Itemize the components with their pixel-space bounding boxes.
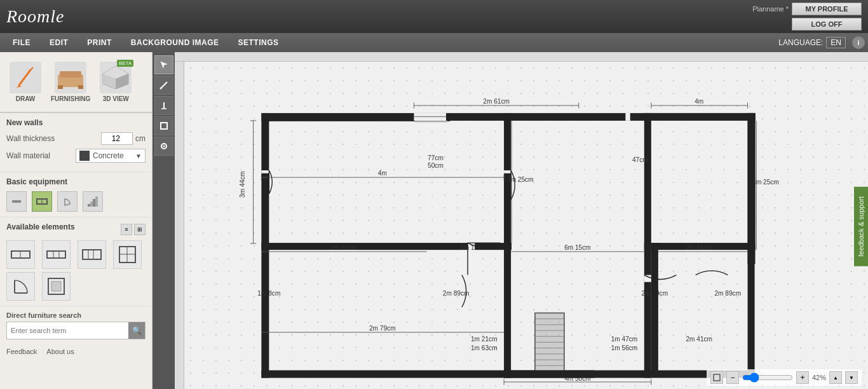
equipment-row <box>6 191 146 212</box>
svg-rect-63 <box>504 170 511 174</box>
svg-rect-11 <box>12 200 21 203</box>
svg-text:2m 89cm: 2m 89cm <box>443 290 470 297</box>
menubar: FILE EDIT PRINT BACKGROUND IMAGE SETTING… <box>0 33 868 52</box>
svg-text:2m 61cm: 2m 61cm <box>483 98 510 105</box>
elements-grid <box>6 240 146 301</box>
menu-print[interactable]: PRINT <box>78 33 121 52</box>
wall-thickness-unit: cm <box>135 134 146 143</box>
measure-tool[interactable] <box>154 96 173 115</box>
furnishing-mode-icon <box>55 62 86 93</box>
svg-rect-20 <box>47 251 65 258</box>
menu-settings[interactable]: SETTINGS <box>229 33 288 52</box>
svg-text:2m 41cm: 2m 41cm <box>686 244 712 251</box>
element-single-window[interactable] <box>6 240 35 269</box>
menu-file[interactable]: FILE <box>3 33 40 52</box>
info-icon[interactable]: i <box>852 36 865 49</box>
about-link[interactable]: About us <box>46 348 74 355</box>
language-value[interactable]: EN <box>826 37 846 48</box>
draw-wall-tool[interactable] <box>154 76 173 95</box>
delete-tool[interactable] <box>154 116 173 135</box>
draw-mode-label: DRAW <box>16 95 36 102</box>
svg-rect-62 <box>625 113 630 121</box>
equipment-section-title: Basic equipment <box>6 177 146 186</box>
door-equip-icon[interactable] <box>57 191 78 212</box>
zoom-slider-left[interactable]: − <box>726 371 739 384</box>
svg-text:1m 47cm: 1m 47cm <box>611 336 638 343</box>
sidebar: DRAW FURNISHING <box>0 52 153 389</box>
zoom-slider[interactable] <box>742 372 793 383</box>
svg-rect-58 <box>261 170 269 174</box>
language-label: LANGUAGE: <box>778 38 823 47</box>
zoom-level: 42% <box>812 374 826 381</box>
svg-text:2m 61cm: 2m 61cm <box>330 244 357 251</box>
element-triple-window[interactable] <box>78 240 106 269</box>
svg-rect-41 <box>175 52 868 62</box>
svg-rect-70 <box>696 275 728 282</box>
element-tall-window[interactable] <box>113 240 142 269</box>
tools-panel <box>153 52 175 389</box>
floorplan[interactable]: 2m 61cm 77cm 50cm 47cm 4m 4m <box>184 62 868 389</box>
ruler-left <box>175 62 184 389</box>
svg-rect-129 <box>651 243 658 378</box>
svg-text:77cm: 77cm <box>428 154 444 161</box>
search-button[interactable]: 🔍 <box>128 322 145 339</box>
tool-modes: DRAW FURNISHING <box>0 52 152 113</box>
furnishing-mode[interactable]: FURNISHING <box>48 58 93 106</box>
svg-rect-17 <box>95 196 98 207</box>
canvas-area[interactable]: /* ruler ticks added by JS below */ <box>175 52 868 389</box>
zoom-bar: − + 42% ▲ ▼ <box>707 369 862 386</box>
zoom-stepper-up[interactable]: ▲ <box>829 371 842 384</box>
svg-rect-68 <box>462 275 494 282</box>
window-equip-icon[interactable] <box>32 191 52 212</box>
wall-material-label: Wall material <box>6 151 76 160</box>
svg-text:2m 79cm: 2m 79cm <box>369 325 396 332</box>
search-section: Direct furniture search 🔍 <box>0 306 152 345</box>
wall-material-row: Wall material Concrete ▼ <box>6 149 146 163</box>
svg-rect-69 <box>644 275 677 282</box>
svg-line-34 <box>161 82 167 88</box>
my-profile-button[interactable]: MY PROFILE <box>792 3 862 15</box>
walls-section-title: New walls <box>6 118 146 127</box>
wall-material-select[interactable]: Concrete ▼ <box>76 149 146 163</box>
svg-text:3m 44cm: 3m 44cm <box>239 171 246 198</box>
menu-edit[interactable]: EDIT <box>40 33 78 52</box>
element-square[interactable] <box>42 272 71 301</box>
svg-text:1m 56cm: 1m 56cm <box>611 345 638 351</box>
zoom-slider-right[interactable]: + <box>796 371 809 384</box>
svg-rect-132 <box>714 374 720 381</box>
view-toggle: ≡ ⊞ <box>121 224 146 235</box>
furnishing-mode-label: FURNISHING <box>51 95 90 102</box>
list-view-btn[interactable]: ≡ <box>121 224 132 235</box>
menu-background-image[interactable]: BACKGROUND IMAGE <box>121 33 229 52</box>
feedback-support-tab[interactable]: feedback & support <box>854 187 868 266</box>
svg-text:2m 89cm: 2m 89cm <box>714 290 741 297</box>
svg-point-40 <box>163 146 165 147</box>
element-double-window[interactable] <box>42 240 71 269</box>
stairs-equip-icon[interactable] <box>83 191 103 212</box>
search-label: Direct furniture search <box>6 311 146 319</box>
svg-rect-130 <box>748 243 755 378</box>
threed-mode[interactable]: BETA 3D VIEW <box>97 58 135 106</box>
svg-text:1m 15c: 1m 15c <box>460 244 481 251</box>
element-door-single[interactable] <box>6 272 35 301</box>
threed-mode-icon: BETA <box>100 62 132 93</box>
floorplan-svg: 2m 61cm 77cm 50cm 47cm 4m 4m <box>184 62 868 389</box>
wall-equip-icon[interactable] <box>6 191 27 212</box>
svg-rect-23 <box>83 250 101 259</box>
wall-thickness-input[interactable] <box>101 132 133 145</box>
svg-text:47cm: 47cm <box>632 156 648 163</box>
grid-view-btn[interactable]: ⊞ <box>134 224 146 235</box>
snap-tool[interactable] <box>154 137 173 156</box>
draw-mode-icon <box>10 62 41 93</box>
feedback-link[interactable]: Feedback <box>6 348 37 355</box>
zoom-stepper-down[interactable]: ▼ <box>845 371 858 384</box>
cursor-tool[interactable] <box>154 55 173 74</box>
walls-section: New walls Wall thickness cm Wall materia… <box>0 113 152 172</box>
draw-mode[interactable]: DRAW <box>6 58 44 106</box>
wall-thickness-row: Wall thickness cm <box>6 132 146 145</box>
svg-text:1m 63cm: 1m 63cm <box>471 345 498 351</box>
search-input[interactable] <box>7 324 128 337</box>
sidebar-footer: Feedback About us <box>0 345 152 358</box>
svg-text:50cm: 50cm <box>428 162 444 169</box>
log-off-button[interactable]: LOG OFF <box>792 18 862 31</box>
